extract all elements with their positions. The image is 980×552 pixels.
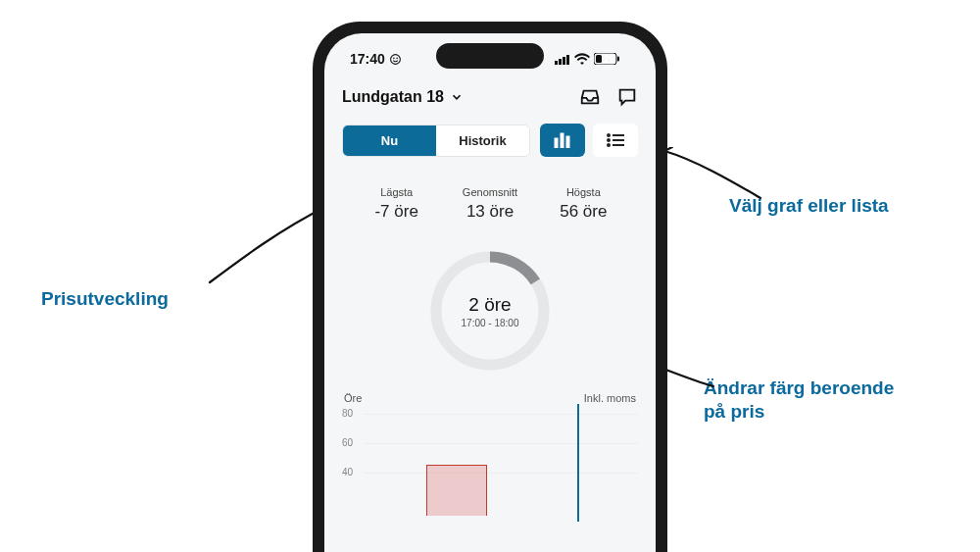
chart-bars bbox=[426, 465, 487, 516]
svg-rect-9 bbox=[617, 57, 619, 62]
stat-highest: Högsta 56 öre bbox=[537, 186, 630, 222]
chart-block: Öre Inkl. moms 80 60 40 bbox=[324, 384, 656, 516]
svg-point-17 bbox=[608, 144, 610, 146]
chevron-down-icon bbox=[450, 90, 464, 104]
price-stats: Lägsta -7 öre Genomsnitt 13 öre Högsta 5… bbox=[324, 167, 656, 229]
svg-point-13 bbox=[608, 134, 610, 136]
stat-average-value: 13 öre bbox=[443, 202, 536, 222]
stat-average-label: Genomsnitt bbox=[443, 186, 536, 198]
inbox-icon[interactable] bbox=[579, 86, 601, 108]
stat-average: Genomsnitt 13 öre bbox=[443, 186, 536, 222]
location-name: Lundgatan 18 bbox=[342, 88, 444, 106]
controls-row: Nu Historik bbox=[324, 120, 656, 167]
y-tick-60: 60 bbox=[342, 437, 353, 448]
svg-rect-10 bbox=[555, 138, 558, 148]
y-tick-80: 80 bbox=[342, 408, 353, 419]
svg-rect-5 bbox=[563, 57, 565, 65]
phone-screen: 17:40 29 Lundgatan 18 Nu bbox=[324, 33, 656, 552]
svg-rect-3 bbox=[555, 61, 558, 65]
emoji-icon bbox=[389, 53, 402, 66]
stat-lowest-value: -7 öre bbox=[350, 202, 443, 222]
svg-rect-4 bbox=[559, 59, 562, 65]
stat-highest-value: 56 öre bbox=[537, 202, 630, 222]
cellular-icon bbox=[555, 54, 570, 65]
price-gauge: 2 öre 17:00 - 18:00 bbox=[426, 247, 554, 375]
gauge-container: 2 öre 17:00 - 18:00 bbox=[324, 229, 656, 384]
annotation-color-changes: Ändrar färg beroende på pris bbox=[704, 376, 909, 424]
stat-lowest-label: Lägsta bbox=[350, 186, 443, 198]
svg-rect-6 bbox=[566, 55, 569, 65]
chart-y-label: Öre bbox=[344, 392, 362, 404]
time-segment: Nu Historik bbox=[342, 125, 530, 157]
location-selector[interactable]: Lundgatan 18 bbox=[342, 88, 464, 106]
price-chart[interactable]: 80 60 40 bbox=[342, 408, 638, 516]
svg-point-0 bbox=[390, 54, 400, 64]
phone-notch bbox=[436, 43, 544, 69]
arrow-to-view-toggle bbox=[659, 147, 766, 206]
svg-point-15 bbox=[608, 139, 610, 141]
view-toggle bbox=[540, 124, 638, 157]
svg-rect-8 bbox=[596, 55, 602, 63]
svg-point-2 bbox=[397, 58, 398, 59]
annotation-price-development: Prisutveckling bbox=[41, 287, 169, 311]
phone-frame: 17:40 29 Lundgatan 18 Nu bbox=[313, 22, 667, 552]
app-header: Lundgatan 18 bbox=[324, 76, 656, 120]
gauge-interval: 17:00 - 18:00 bbox=[462, 318, 519, 328]
view-list-button[interactable] bbox=[593, 124, 638, 157]
bar-chart-icon bbox=[554, 132, 571, 148]
battery-percent: 29 bbox=[604, 54, 614, 65]
svg-point-1 bbox=[393, 58, 394, 59]
chart-vat-label: Inkl. moms bbox=[584, 392, 636, 404]
svg-rect-11 bbox=[561, 133, 564, 148]
wifi-icon bbox=[574, 53, 590, 65]
chat-icon[interactable] bbox=[616, 86, 638, 108]
svg-rect-12 bbox=[566, 136, 569, 148]
list-icon bbox=[607, 133, 624, 147]
tab-now[interactable]: Nu bbox=[343, 125, 436, 156]
gauge-price: 2 öre bbox=[468, 294, 511, 316]
stat-highest-label: Högsta bbox=[537, 186, 630, 198]
tab-history[interactable]: Historik bbox=[436, 125, 529, 156]
y-tick-40: 40 bbox=[342, 467, 353, 477]
status-time: 17:40 bbox=[350, 51, 385, 67]
chart-current-line bbox=[577, 404, 579, 522]
stat-lowest: Lägsta -7 öre bbox=[350, 186, 443, 222]
view-graph-button[interactable] bbox=[540, 124, 585, 157]
